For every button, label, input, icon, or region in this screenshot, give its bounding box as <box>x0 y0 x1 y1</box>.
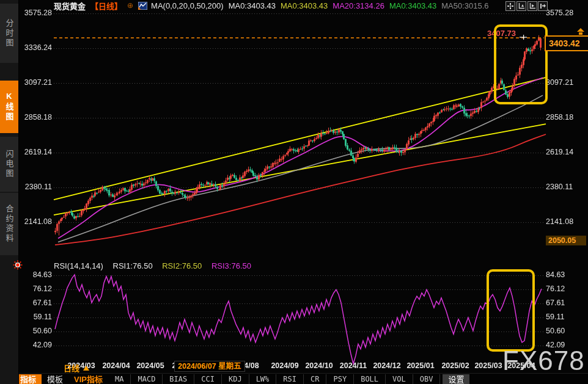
ma-value-1: MA0:3403.43 <box>229 1 276 10</box>
toolbar-item-CCI[interactable]: CCI <box>194 374 222 384</box>
crosshair-date-tooltip: 2024/06/07 星期五 <box>174 361 245 372</box>
toolbar-item-OBV[interactable]: OBV <box>413 374 441 384</box>
time-tick: 2025/04 <box>507 361 535 370</box>
highlight-box-main <box>494 24 548 104</box>
sidebar: 分时图K线图闪电图合约资料 <box>0 0 19 384</box>
rsi-tick-left: 84.63 <box>18 271 52 279</box>
export-icon[interactable] <box>538 1 548 11</box>
rsi-tick-left: 59.11 <box>18 313 52 321</box>
toolbar-item-MACD[interactable]: MACD <box>131 374 163 384</box>
toolbar-item-VOL[interactable]: VOL <box>386 374 413 384</box>
ma-value-5: MA50:3015.6 <box>441 1 488 10</box>
price-tick-left: 3575.28 <box>18 9 52 17</box>
time-tick: 2024/12 <box>373 361 400 370</box>
rsi-tick-right: 84.63 <box>546 271 565 279</box>
time-tick: 2024/09 <box>271 361 298 370</box>
price-tick-left: 2858.18 <box>18 114 52 121</box>
time-tick: 2025/01 <box>406 361 434 370</box>
toolbar-item-设置[interactable]: 设置 <box>443 374 469 384</box>
time-tick: 2025/03 <box>474 361 502 370</box>
toolbar-item-BIAS[interactable]: BIAS <box>163 374 194 384</box>
rsi1-value: RSI1:76.50 <box>113 261 153 270</box>
rsi-tick-right: 67.61 <box>546 299 565 307</box>
price-tick-right: 2380.11 <box>546 183 573 191</box>
chart-header: 现货黄金 【日线】 ⊕ MA(0,0,20,0,50,200) MA0:3403… <box>54 1 499 10</box>
time-tick: 2024/04 <box>102 361 130 370</box>
highlight-box-rsi <box>487 269 535 352</box>
rsi-title: RSI(14,14,14) <box>54 261 103 270</box>
period-selector[interactable]: 日线 <box>64 362 89 374</box>
price-tick-right: 2619.14 <box>546 148 573 156</box>
toolbar-item-LW%[interactable]: LW% <box>249 374 277 384</box>
toolbar-item-VIP指标[interactable]: VIP指标 <box>68 374 108 384</box>
price-tick-right: 3575.28 <box>546 9 573 17</box>
trading-app: 分时图K线图闪电图合约资料 现货黄金 【日线】 ⊕ MA(0,0,20,0,50… <box>0 0 588 384</box>
sidebar-item-1[interactable]: 分时图 <box>0 4 18 63</box>
period-selector-label: 日线 <box>64 362 79 374</box>
price-tick-left: 2141.08 <box>18 218 52 226</box>
rsi-tick-right: 42.09 <box>546 341 565 349</box>
toolbar-item-MA[interactable]: MA <box>108 374 131 384</box>
chart-type-icon[interactable] <box>138 2 147 10</box>
rsi-tick-right: 50.60 <box>546 327 565 335</box>
price-tick-right: 2858.18 <box>546 114 573 121</box>
latest-price-arrow-icon[interactable] <box>576 27 586 35</box>
rsi-tick-left: 42.09 <box>18 341 52 349</box>
price-tick-left: 2380.11 <box>18 183 52 191</box>
rsi-tick-left: 67.61 <box>18 299 52 307</box>
ma-settings: MA(0,0,20,0,50,200) <box>151 1 224 10</box>
low-price-tag: 2050.05 <box>546 236 586 245</box>
chevron-up-icon <box>83 366 89 371</box>
rsi-tick-right: 76.12 <box>546 285 565 293</box>
rsi-tick-left: 50.60 <box>18 327 52 335</box>
price-tick-right: 3097.21 <box>546 79 573 87</box>
toolbar-item-BOLL[interactable]: BOLL <box>354 374 386 384</box>
rsi-tick-right: 59.11 <box>546 313 564 321</box>
ma-value-2: MA0:3403.43 <box>281 1 328 10</box>
crosshair-icon[interactable] <box>505 1 515 11</box>
sidebar-item-4[interactable]: 合约资料 <box>0 193 18 255</box>
scale-vertical-icon[interactable] <box>516 1 526 11</box>
toolbar-item-CR[interactable]: CR <box>304 374 326 384</box>
ma-value-4: MA0:3403.43 <box>389 1 436 10</box>
sidebar-item-2[interactable]: K线图 <box>0 81 18 133</box>
add-overlay-icon[interactable]: ⊕ <box>127 1 133 10</box>
toolbar-item-KDJ[interactable]: KDJ <box>222 374 249 384</box>
time-tick: 2025/02 <box>441 361 469 370</box>
rsi-header: RSI(14,14,14) RSI1:76.50 RSI2:76.50 RSI3… <box>54 261 259 270</box>
toolbar-item-PSY[interactable]: PSY <box>326 374 354 384</box>
price-tick-left: 2619.14 <box>18 148 52 156</box>
price-tick-right: 2141.08 <box>546 218 573 226</box>
rsi2-value: RSI2:76.50 <box>162 261 202 270</box>
ma-values: MA0:3403.43MA0:3403.43MA20:3134.26MA0:34… <box>229 1 494 10</box>
price-tick-left: 3097.21 <box>18 79 52 87</box>
symbol-name: 现货黄金 <box>54 0 86 12</box>
indicator-toolbar: 指标模板VIP指标MAMACDBIASCCIKDJLW%RSICRPSYBOLL… <box>18 373 588 384</box>
time-tick: 2024/10 <box>305 361 333 370</box>
scale-horizontal-icon[interactable] <box>527 1 537 11</box>
rsi3-value: RSI3:76.50 <box>211 261 251 270</box>
sidebar-item-3[interactable]: 闪电图 <box>0 137 18 192</box>
rsi-tick-left: 76.12 <box>18 285 52 293</box>
period-tag[interactable]: 【日线】 <box>90 0 122 12</box>
toolbar-item-RSI[interactable]: RSI <box>276 374 304 384</box>
time-tick: 2024/05 <box>136 361 164 370</box>
ma-value-3: MA20:3134.26 <box>333 1 384 10</box>
current-price-tag[interactable]: 3403.42 <box>545 35 588 51</box>
toolbar-item-模板[interactable]: 模板 <box>42 374 68 384</box>
time-tick: 2024/11 <box>340 361 367 370</box>
indicator-alert-icon[interactable] <box>13 260 23 270</box>
price-tick-left: 3336.24 <box>18 44 52 52</box>
